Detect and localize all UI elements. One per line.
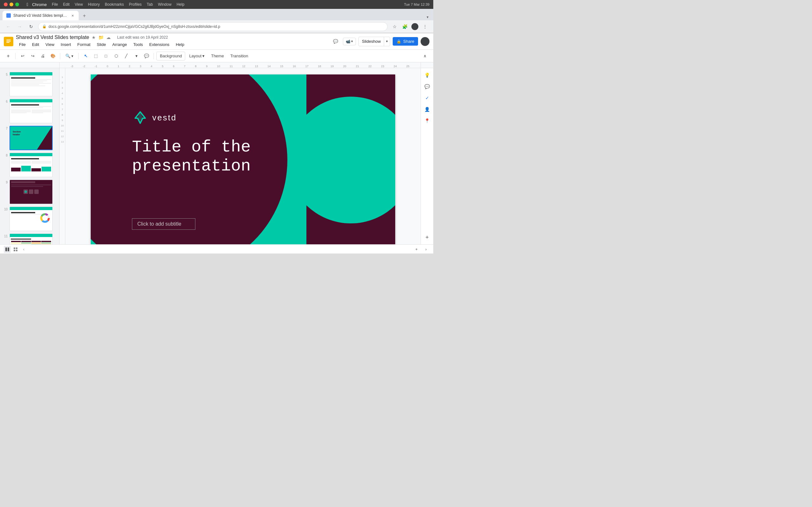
- slide-item-10[interactable]: 10: [0, 205, 59, 232]
- main-slide[interactable]: vestd Title of the presentation Click to…: [91, 74, 395, 244]
- slide-subtitle[interactable]: Click to add subtitle: [132, 218, 195, 230]
- tab-close-btn[interactable]: ✕: [70, 13, 75, 18]
- menu-format[interactable]: Format: [74, 41, 94, 48]
- app-doc-title[interactable]: Shared v3 Vestd Slides template: [16, 35, 89, 40]
- menu-view[interactable]: View: [42, 41, 57, 48]
- slide-thumb-8[interactable]: [9, 153, 53, 177]
- slide-item-11[interactable]: 11: [0, 232, 59, 244]
- line-type-btn[interactable]: ▾: [132, 52, 141, 60]
- share-btn[interactable]: 🔒 Share: [393, 37, 418, 46]
- slideshow-btn[interactable]: Slideshow ▾: [358, 37, 390, 46]
- people-icon[interactable]: 👤: [423, 105, 432, 114]
- zoom-btn[interactable]: 🔍 ▾: [63, 52, 76, 60]
- v-ruler-2: 2: [61, 81, 63, 84]
- add-icon[interactable]: +: [423, 233, 432, 242]
- comments-btn[interactable]: 💬: [331, 37, 340, 46]
- add-slide-bottom-btn[interactable]: +: [413, 246, 420, 253]
- new-tab-btn[interactable]: +: [80, 11, 89, 20]
- folder-icon[interactable]: 📁: [98, 35, 104, 40]
- next-slide-btn[interactable]: ›: [422, 246, 429, 253]
- line-btn[interactable]: ╱: [122, 52, 131, 60]
- tab-overflow-btn[interactable]: ▾: [424, 14, 431, 20]
- spell-check-icon[interactable]: ✓: [423, 94, 432, 102]
- redo-btn[interactable]: ↪: [28, 52, 37, 60]
- paint-format-btn[interactable]: 🎨: [49, 52, 57, 60]
- close-window-btn[interactable]: [4, 3, 8, 6]
- diagram-btn[interactable]: ⬡: [112, 52, 120, 60]
- layout-btn[interactable]: Layout ▾: [187, 52, 207, 60]
- meet-btn[interactable]: 📹 ▾: [343, 38, 356, 45]
- os-menu-tab[interactable]: Tab: [147, 2, 153, 7]
- add-btn[interactable]: +: [4, 52, 13, 60]
- ruler-mark: -3: [71, 65, 73, 68]
- explore-icon[interactable]: 💡: [423, 71, 432, 79]
- theme-btn[interactable]: Theme: [208, 52, 226, 60]
- menu-slide[interactable]: Slide: [94, 41, 109, 48]
- os-menu-bookmarks[interactable]: Bookmarks: [105, 2, 124, 7]
- comment-icon[interactable]: 💬: [423, 82, 432, 91]
- slide-title[interactable]: Title of the presentation: [132, 138, 251, 176]
- undo-btn[interactable]: ↩: [18, 52, 27, 60]
- collapse-panel-btn[interactable]: ‹: [20, 246, 27, 253]
- collapse-toolbar-btn[interactable]: ∧: [420, 52, 429, 60]
- menu-edit[interactable]: Edit: [29, 41, 42, 48]
- os-menu-history[interactable]: History: [88, 2, 100, 7]
- menu-extensions[interactable]: Extensions: [146, 41, 173, 48]
- os-menu-edit[interactable]: Edit: [63, 2, 70, 7]
- os-menu-window[interactable]: Window: [158, 2, 171, 7]
- ruler-mark: 2: [129, 65, 131, 68]
- more-btn[interactable]: ⋮: [420, 22, 429, 31]
- cursor-btn[interactable]: ↖: [81, 52, 90, 60]
- slide-thumb-6[interactable]: [9, 99, 53, 123]
- back-btn[interactable]: ←: [4, 22, 13, 31]
- menu-tools[interactable]: Tools: [130, 41, 146, 48]
- star-icon[interactable]: ★: [92, 35, 96, 40]
- slide-thumb-10[interactable]: [9, 207, 53, 231]
- slide-item-7[interactable]: 7 Section header: [0, 124, 59, 152]
- address-bar[interactable]: 🔒 docs.google.com/presentation/d/1umH22z…: [38, 22, 388, 31]
- canvas-area[interactable]: vestd Title of the presentation Click to…: [65, 68, 420, 244]
- slide-thumb-9[interactable]: [9, 180, 53, 204]
- svg-rect-3: [6, 42, 9, 43]
- slide-thumb-5[interactable]: [9, 72, 53, 96]
- menu-arrange[interactable]: Arrange: [109, 41, 130, 48]
- os-menu-help[interactable]: Help: [177, 2, 185, 7]
- transition-btn[interactable]: Transition: [228, 52, 251, 60]
- menu-insert[interactable]: Insert: [57, 41, 74, 48]
- select-btn[interactable]: ⬚: [91, 52, 100, 60]
- v-ruler-3: 3: [61, 87, 63, 89]
- last-edit-text: Last edit was on 19 April 2022: [117, 35, 168, 40]
- location-icon[interactable]: 📍: [423, 116, 432, 125]
- extensions-btn[interactable]: 🧩: [400, 22, 409, 31]
- grid-view-btn[interactable]: [12, 246, 19, 253]
- slide-item-6[interactable]: 6: [0, 98, 59, 124]
- slide-thumb-11[interactable]: [9, 233, 53, 244]
- shape-btn[interactable]: □: [101, 52, 110, 60]
- maximize-window-btn[interactable]: [15, 3, 19, 6]
- apple-icon[interactable]: : [27, 2, 28, 7]
- cloud-icon[interactable]: ☁: [106, 35, 111, 40]
- slide-item-5[interactable]: 5: [0, 71, 59, 98]
- comment-inline-btn[interactable]: 💬: [142, 52, 151, 60]
- menu-help[interactable]: Help: [172, 41, 188, 48]
- print-btn[interactable]: 🖨: [38, 52, 47, 60]
- slide-item-8[interactable]: 8: [0, 152, 59, 178]
- os-menu-file[interactable]: File: [52, 2, 58, 7]
- reload-btn[interactable]: ↻: [27, 22, 36, 31]
- background-btn[interactable]: Background: [156, 52, 185, 60]
- toolbar-sep-3: [78, 53, 79, 59]
- ruler-mark: 18: [318, 65, 321, 68]
- slide-thumb-7[interactable]: Section header: [9, 126, 53, 150]
- bookmark-btn[interactable]: ☆: [390, 22, 399, 31]
- forward-btn[interactable]: →: [15, 22, 24, 31]
- active-tab[interactable]: Shared v3 Vestd Slides templa... ✕: [3, 11, 79, 20]
- os-menu-profiles[interactable]: Profiles: [129, 2, 142, 7]
- user-avatar[interactable]: [420, 37, 429, 46]
- slide-num-9: 9: [3, 180, 8, 184]
- profile-btn[interactable]: [410, 22, 419, 31]
- minimize-window-btn[interactable]: [9, 3, 13, 6]
- slide-item-9[interactable]: 9: [0, 178, 59, 205]
- os-menu-view[interactable]: View: [74, 2, 83, 7]
- filmstrip-view-btn[interactable]: [4, 246, 11, 253]
- menu-file[interactable]: File: [16, 41, 29, 48]
